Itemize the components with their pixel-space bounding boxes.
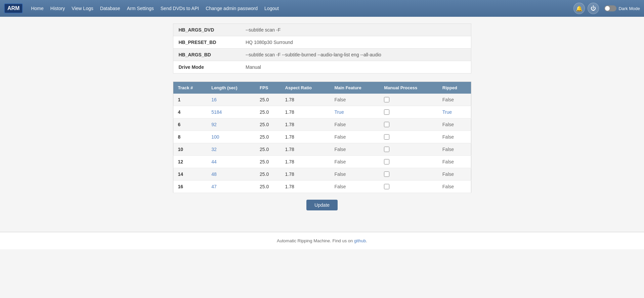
col-track: Track #: [173, 82, 207, 94]
nav-send-dvds[interactable]: Send DVDs to API: [158, 4, 202, 13]
track-fps: 25.0: [255, 156, 281, 168]
track-length: 100: [211, 134, 219, 140]
track-fps: 25.0: [255, 94, 281, 106]
track-aspect: 1.78: [281, 118, 330, 131]
track-length: 5184: [211, 109, 222, 115]
track-length: 44: [211, 159, 217, 164]
github-link[interactable]: github: [354, 238, 366, 243]
track-aspect: 1.78: [281, 168, 330, 181]
track-manual-process[interactable]: [379, 143, 438, 156]
track-aspect: 1.78: [281, 94, 330, 106]
settings-key: HB_ARGS_BD: [173, 49, 240, 61]
track-manual-process[interactable]: [379, 94, 438, 106]
track-number: 16: [173, 181, 207, 193]
manual-process-checkbox[interactable]: [384, 171, 389, 177]
track-main-feature: True: [330, 106, 379, 118]
manual-process-checkbox[interactable]: [384, 134, 389, 140]
track-length-cell: 92: [207, 118, 255, 131]
settings-key: HB_PRESET_BD: [173, 36, 240, 49]
dark-mode-toggle[interactable]: Dark Mode: [604, 5, 640, 11]
table-row: 16 47 25.0 1.78 False False: [173, 181, 471, 193]
track-fps: 25.0: [255, 168, 281, 181]
col-length: Length (sec): [207, 82, 255, 94]
manual-process-checkbox[interactable]: [384, 147, 389, 152]
power-icon: ⏻: [591, 5, 596, 11]
track-aspect: 1.78: [281, 143, 330, 156]
dark-mode-switch[interactable]: [604, 5, 616, 11]
settings-row: HB_PRESET_BD HQ 1080p30 Surround: [173, 36, 471, 49]
update-btn-container: Update: [173, 200, 471, 210]
track-manual-process[interactable]: [379, 118, 438, 131]
manual-process-checkbox[interactable]: [384, 184, 389, 189]
manual-process-checkbox[interactable]: [384, 122, 389, 127]
settings-table: HB_ARGS_DVD --subtitle scan -F HB_PRESET…: [173, 23, 471, 73]
col-fps: FPS: [255, 82, 281, 94]
col-aspect: Aspect Ratio: [281, 82, 330, 94]
track-manual-process[interactable]: [379, 131, 438, 143]
track-fps: 25.0: [255, 118, 281, 131]
notification-bell-button[interactable]: 🔔: [573, 3, 585, 14]
settings-value: --subtitle scan -F --subtitle-burned --a…: [240, 49, 471, 61]
power-button[interactable]: ⏻: [588, 3, 599, 14]
settings-row: HB_ARGS_DVD --subtitle scan -F: [173, 24, 471, 36]
track-ripped: False: [438, 94, 471, 106]
track-main-feature: False: [330, 143, 379, 156]
track-number: 10: [173, 143, 207, 156]
nav-view-logs[interactable]: View Logs: [69, 4, 96, 13]
track-length: 47: [211, 184, 217, 189]
track-aspect: 1.78: [281, 181, 330, 193]
track-number: 4: [173, 106, 207, 118]
track-manual-process[interactable]: [379, 106, 438, 118]
track-aspect: 1.78: [281, 131, 330, 143]
track-table: Track # Length (sec) FPS Aspect Ratio Ma…: [173, 82, 471, 193]
track-number: 1: [173, 94, 207, 106]
table-row: 1 16 25.0 1.78 False False: [173, 94, 471, 106]
manual-process-checkbox[interactable]: [384, 109, 389, 115]
track-length-cell: 100: [207, 131, 255, 143]
table-row: 12 44 25.0 1.78 False False: [173, 156, 471, 168]
track-number: 8: [173, 131, 207, 143]
track-manual-process[interactable]: [379, 168, 438, 181]
nav-change-password[interactable]: Change admin password: [203, 4, 260, 13]
settings-key: Drive Mode: [173, 61, 240, 73]
table-row: 6 92 25.0 1.78 False False: [173, 118, 471, 131]
nav-database[interactable]: Database: [97, 4, 123, 13]
track-main-feature: False: [330, 131, 379, 143]
settings-key: HB_ARGS_DVD: [173, 24, 240, 36]
track-fps: 25.0: [255, 106, 281, 118]
track-manual-process[interactable]: [379, 181, 438, 193]
track-ripped: False: [438, 143, 471, 156]
update-button[interactable]: Update: [306, 200, 338, 210]
track-length-cell: 5184: [207, 106, 255, 118]
settings-row: HB_ARGS_BD --subtitle scan -F --subtitle…: [173, 49, 471, 61]
table-row: 4 5184 25.0 1.78 True True: [173, 106, 471, 118]
nav-arm-settings[interactable]: Arm Settings: [124, 4, 157, 13]
track-ripped: True: [438, 106, 471, 118]
track-number: 14: [173, 168, 207, 181]
track-length: 16: [211, 97, 217, 102]
table-row: 8 100 25.0 1.78 False False: [173, 131, 471, 143]
track-ripped: False: [438, 131, 471, 143]
track-main-feature: False: [330, 156, 379, 168]
track-length: 32: [211, 147, 217, 152]
track-length-cell: 44: [207, 156, 255, 168]
col-manual-process: Manual Process: [379, 82, 438, 94]
track-main-feature: False: [330, 181, 379, 193]
page-footer: Automatic Ripping Machine. Find us on gi…: [0, 232, 644, 249]
manual-process-checkbox[interactable]: [384, 159, 389, 164]
track-length-cell: 47: [207, 181, 255, 193]
table-row: 10 32 25.0 1.78 False False: [173, 143, 471, 156]
track-length-cell: 16: [207, 94, 255, 106]
track-manual-process[interactable]: [379, 156, 438, 168]
settings-value: HQ 1080p30 Surround: [240, 36, 471, 49]
col-main-feature: Main Feature: [330, 82, 379, 94]
manual-process-checkbox[interactable]: [384, 97, 389, 102]
track-number: 12: [173, 156, 207, 168]
nav-history[interactable]: History: [48, 4, 68, 13]
dark-mode-label: Dark Mode: [618, 6, 640, 11]
settings-row: Drive Mode Manual: [173, 61, 471, 73]
track-aspect: 1.78: [281, 106, 330, 118]
nav-home[interactable]: Home: [28, 4, 46, 13]
nav-logout[interactable]: Logout: [262, 4, 282, 13]
bell-icon: 🔔: [576, 5, 583, 12]
